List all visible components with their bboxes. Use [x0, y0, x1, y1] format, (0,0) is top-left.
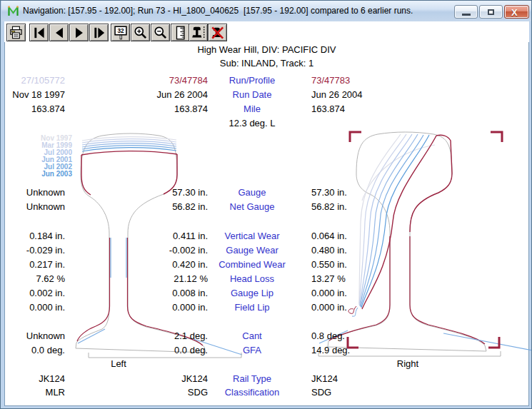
value: 0.008 in. [94, 288, 208, 298]
table-row-curvature: 12.3 deg. L [1, 118, 532, 129]
field-label: Vertical Wear [206, 231, 298, 241]
value: 0.8 deg. [311, 330, 411, 341]
value: JK124 [94, 373, 208, 384]
value: 57.30 in. [94, 187, 208, 198]
milepost-32-icon: 32 [113, 26, 129, 40]
value: 163.874 [311, 103, 411, 114]
next-icon [71, 26, 87, 40]
navigation-window: Navigation: [157.95 - 192.00]; Run 73 - … [0, 0, 532, 409]
value: 0.217 in. [2, 259, 65, 270]
left-run-id: 27/105772 [2, 75, 65, 86]
ruler-button[interactable] [171, 24, 190, 41]
zoom-in-button[interactable] [131, 24, 150, 41]
table-row-rail-type: JK124 JK124 Rail Type JK124 [1, 373, 532, 385]
right-run-id: 73/47783 [311, 75, 411, 86]
value: 0.002 in. [2, 288, 65, 298]
window-title: Navigation: [157.95 - 192.00]; Run 73 - … [23, 6, 413, 16]
field-label: Net Gauge [206, 201, 298, 212]
value: JK124 [311, 373, 411, 384]
curvature-value: 12.3 deg. L [206, 118, 298, 128]
previous-profile-button[interactable] [49, 24, 69, 41]
next-profile-button[interactable] [69, 24, 89, 41]
restore-button[interactable] [479, 5, 503, 19]
value: 0.420 in. [94, 259, 208, 270]
value: 2.1 deg. [94, 330, 208, 341]
mid-run-id: 73/47784 [94, 75, 208, 86]
value: Unknown [2, 201, 65, 212]
table-row-cant: Unknown 2.1 deg. Cant 0.8 deg. [1, 330, 532, 342]
value: 0.000 in. [94, 302, 208, 313]
value: 7.62 % [2, 273, 65, 284]
legend-item: Jun 2003 [8, 171, 72, 178]
step-last-icon [91, 26, 107, 40]
field-label: Gauge [206, 187, 298, 198]
location-title: High Wear Hill, DIV: PACIFIC DIV [8, 44, 526, 55]
value: 163.874 [2, 103, 65, 114]
milepost-sign-button[interactable]: 32 [111, 24, 130, 41]
close-button[interactable]: X [504, 5, 529, 19]
run-legend: Nov 1997 Mar 1999 Jul 2000 Jun 2001 Jul … [8, 135, 72, 178]
table-row-run-date: Nov 18 1997 Jun 26 2004 Run Date Jun 26 … [1, 89, 532, 101]
step-first-icon [31, 26, 47, 40]
bracket-top-left [350, 132, 361, 142]
value: Jun 26 2004 [311, 89, 411, 100]
field-label: GFA [206, 345, 298, 355]
table-row-classification: MLR SDG Classification SDG [1, 387, 532, 398]
previous-icon [51, 26, 67, 40]
value: 14.9 deg. [311, 345, 411, 355]
value: 0.064 in. [311, 231, 411, 241]
toolbar: 32 [4, 21, 529, 42]
value: 13.27 % [311, 273, 411, 284]
value: SDG [311, 387, 411, 398]
field-label: Gauge Wear [206, 245, 298, 256]
profile-marker-button[interactable] [189, 24, 208, 41]
value: 0.411 in. [94, 231, 208, 241]
value: -0.029 in. [2, 245, 65, 256]
field-label: Cant [206, 330, 298, 341]
table-row-gauge-wear: -0.029 in. -0.002 in. Gauge Wear 0.480 i… [1, 245, 532, 256]
svg-text:32: 32 [117, 28, 124, 34]
value: 21.12 % [94, 273, 208, 284]
delete-profile-button[interactable] [208, 24, 227, 41]
table-row-field-lip: 0.000 in. 0.000 in. Field Lip 0.000 in. [1, 302, 532, 313]
table-row-combined-wear: 0.217 in. 0.420 in. Combined Wear 0.550 … [1, 259, 532, 271]
table-row-vertical-wear: 0.184 in. 0.411 in. Vertical Wear 0.064 … [1, 231, 532, 242]
value: 0.480 in. [311, 245, 411, 256]
field-label: Classification [206, 387, 298, 398]
zoom-out-icon [153, 26, 169, 40]
restore-icon [488, 9, 494, 15]
field-label: Gauge Lip [206, 288, 298, 298]
table-row-mile: 163.874 163.874 Mile 163.874 [1, 103, 532, 115]
value: 0.550 in. [311, 259, 411, 270]
zoom-out-button[interactable] [151, 24, 170, 41]
value: 56.82 in. [94, 201, 208, 212]
left-rail-label: Left [79, 358, 158, 369]
value: -0.002 in. [94, 245, 208, 256]
minimize-button[interactable] [454, 5, 478, 19]
delete-profile-icon [210, 26, 226, 40]
value: 57.30 in. [311, 187, 411, 198]
value: 0.000 in. [311, 288, 411, 298]
field-label: Field Lip [206, 302, 298, 313]
value: SDG [94, 387, 208, 398]
right-rail-label: Right [361, 358, 454, 369]
value: Unknown [2, 330, 65, 341]
print-button[interactable] [6, 24, 26, 41]
minimize-icon [462, 14, 471, 16]
close-icon: X [511, 7, 518, 18]
field-label: Mile [206, 103, 298, 114]
table-row-gfa: 0.0 deg. 0.0 deg. GFA 14.9 deg. [1, 345, 532, 356]
last-profile-button[interactable] [89, 24, 109, 41]
value: MLR [2, 387, 65, 398]
rail-profile-icon [191, 26, 206, 40]
table-row-run-profile: 27/105772 73/47784 Run/Profile 73/47783 [1, 75, 532, 86]
first-profile-button[interactable] [29, 24, 49, 41]
value: 56.82 in. [311, 201, 411, 212]
field-label: Run/Profile [206, 75, 298, 86]
table-row-net-gauge: Unknown 56.82 in. Net Gauge 56.82 in. [1, 201, 532, 213]
bracket-top-right [491, 132, 502, 142]
value: 0.0 deg. [2, 345, 65, 355]
title-bar[interactable]: Navigation: [157.95 - 192.00]; Run 73 - … [1, 1, 532, 21]
value: Jun 26 2004 [94, 89, 208, 100]
value: 0.184 in. [2, 231, 65, 241]
